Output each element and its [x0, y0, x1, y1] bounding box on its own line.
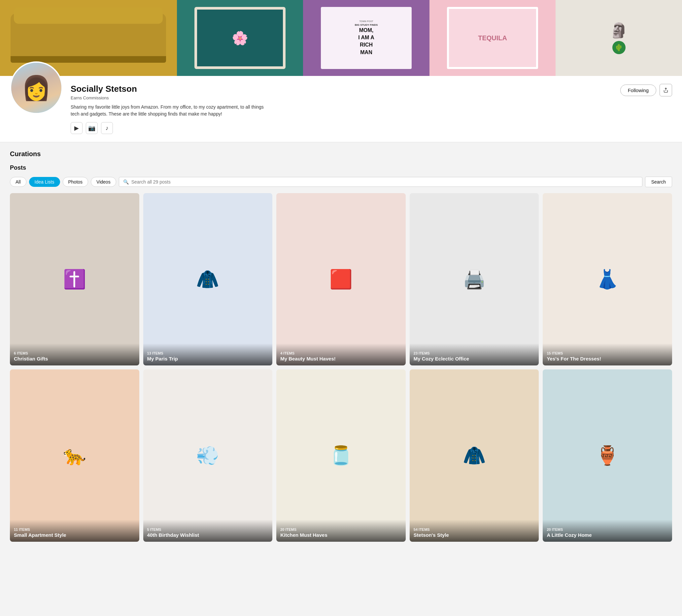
card-cozy-eclectic-office[interactable]: 🖨️ 23 ITEMS My Cozy Eclectic Office [410, 193, 539, 365]
card-little-cozy-home[interactable]: 🏺 20 ITEMS A Little Cozy Home [543, 369, 672, 542]
profile-name: Socially Stetson [71, 84, 612, 94]
card-label: 5 ITEMS 40th Birthday Wishlist [143, 520, 273, 542]
card-items-count: 13 ITEMS [147, 351, 269, 355]
card-label: 20 ITEMS Kitchen Must Haves [276, 520, 406, 542]
posts-filters: All Idea Lists Photos Videos 🔍 Search [10, 177, 672, 187]
card-items-count: 4 ITEMS [280, 351, 402, 355]
card-label: 6 ITEMS Christian Gifts [10, 343, 139, 365]
card-paris-trip[interactable]: 🧥 13 ITEMS My Paris Trip [143, 193, 273, 365]
card-items-count: 23 ITEMS [414, 351, 535, 355]
search-bar: 🔍 [119, 177, 642, 187]
card-image: ✝️ [10, 193, 139, 365]
card-title: Yes's For The Dresses! [547, 356, 668, 362]
card-title: Christian Gifts [14, 356, 135, 362]
avatar: 👩 [10, 62, 63, 114]
card-image: 👗 [543, 193, 672, 365]
card-small-apartment[interactable]: 🐆 11 ITEMS Small Apartment Style [10, 369, 139, 542]
banner: 🌸 TOWN POST BIG STUDY FINDS MOM,I AM ARI… [0, 0, 682, 76]
card-label: 15 ITEMS Yes's For The Dresses! [543, 343, 672, 365]
card-items-count: 6 ITEMS [14, 351, 135, 355]
filter-all[interactable]: All [10, 177, 26, 187]
card-title: A Little Cozy Home [547, 532, 668, 538]
card-kitchen-must-haves[interactable]: 🫙 20 ITEMS Kitchen Must Haves [276, 369, 406, 542]
card-image: 🐆 [10, 369, 139, 542]
grid-row-2: 🐆 11 ITEMS Small Apartment Style 💨 5 ITE… [10, 369, 672, 542]
card-items-count: 11 ITEMS [14, 527, 135, 531]
card-image: 🧥 [410, 369, 539, 542]
filter-videos[interactable]: Videos [91, 177, 116, 187]
card-label: 11 ITEMS Small Apartment Style [10, 520, 139, 542]
curations-title: Curations [10, 150, 672, 158]
posts-title: Posts [10, 164, 672, 171]
card-image: 🖨️ [410, 193, 539, 365]
posts-section: Posts All Idea Lists Photos Videos 🔍 Sea… [10, 164, 672, 542]
card-label: 23 ITEMS My Cozy Eclectic Office [410, 343, 539, 365]
card-label: 13 ITEMS My Paris Trip [143, 343, 273, 365]
tiktok-icon[interactable]: ♪ [101, 122, 113, 134]
filter-photos[interactable]: Photos [63, 177, 89, 187]
card-label: 20 ITEMS A Little Cozy Home [543, 520, 672, 542]
card-title: My Beauty Must Haves! [280, 356, 402, 362]
filter-idea-lists[interactable]: Idea Lists [29, 177, 60, 187]
card-label: 54 ITEMS Stetson's Style [410, 520, 539, 542]
card-image: 🟥 [276, 193, 406, 365]
card-stetsons-style[interactable]: 🧥 54 ITEMS Stetson's Style [410, 369, 539, 542]
youtube-icon[interactable]: ▶ [71, 122, 83, 134]
card-beauty-must-haves[interactable]: 🟥 4 ITEMS My Beauty Must Haves! [276, 193, 406, 365]
card-label: 4 ITEMS My Beauty Must Haves! [276, 343, 406, 365]
banner-art2: TOWN POST BIG STUDY FINDS MOM,I AM ARICH… [303, 0, 430, 76]
profile-bio: Sharing my favorite little joys from Ama… [71, 104, 269, 117]
card-image: 💨 [143, 369, 273, 542]
grid-row-1: ✝️ 6 ITEMS Christian Gifts 🧥 13 ITEMS My… [10, 193, 672, 365]
search-icon: 🔍 [123, 179, 129, 185]
main-content: Curations Posts All Idea Lists Photos Vi… [0, 142, 682, 550]
card-items-count: 15 ITEMS [547, 351, 668, 355]
banner-art3: TEQUILA [430, 0, 556, 76]
card-christian-gifts[interactable]: ✝️ 6 ITEMS Christian Gifts [10, 193, 139, 365]
profile-earns: Earns Commissions [71, 95, 612, 100]
banner-art4: 🗿 🌵 [555, 0, 682, 76]
search-button[interactable]: Search [645, 177, 672, 187]
banner-art1: 🌸 [177, 0, 303, 76]
profile-section: 👩 Socially Stetson Earns Commissions Sha… [0, 76, 682, 142]
card-yes-dresses[interactable]: 👗 15 ITEMS Yes's For The Dresses! [543, 193, 672, 365]
profile-info: Socially Stetson Earns Commissions Shari… [71, 81, 612, 134]
card-title: Stetson's Style [414, 532, 535, 538]
share-button[interactable] [660, 84, 672, 96]
card-title: Kitchen Must Haves [280, 532, 402, 538]
search-input[interactable] [131, 179, 638, 185]
card-image: 🫙 [276, 369, 406, 542]
card-title: My Cozy Eclectic Office [414, 356, 535, 362]
card-items-count: 5 ITEMS [147, 527, 269, 531]
card-title: Small Apartment Style [14, 532, 135, 538]
card-title: My Paris Trip [147, 356, 269, 362]
card-items-count: 54 ITEMS [414, 527, 535, 531]
card-image: 🏺 [543, 369, 672, 542]
social-icons: ▶ 📷 ♪ [71, 122, 612, 134]
card-items-count: 20 ITEMS [280, 527, 402, 531]
card-birthday-wishlist[interactable]: 💨 5 ITEMS 40th Birthday Wishlist [143, 369, 273, 542]
card-image: 🧥 [143, 193, 273, 365]
card-title: 40th Birthday Wishlist [147, 532, 269, 538]
instagram-icon[interactable]: 📷 [86, 122, 98, 134]
profile-actions: Following [620, 81, 672, 96]
following-button[interactable]: Following [620, 85, 656, 96]
card-items-count: 20 ITEMS [547, 527, 668, 531]
